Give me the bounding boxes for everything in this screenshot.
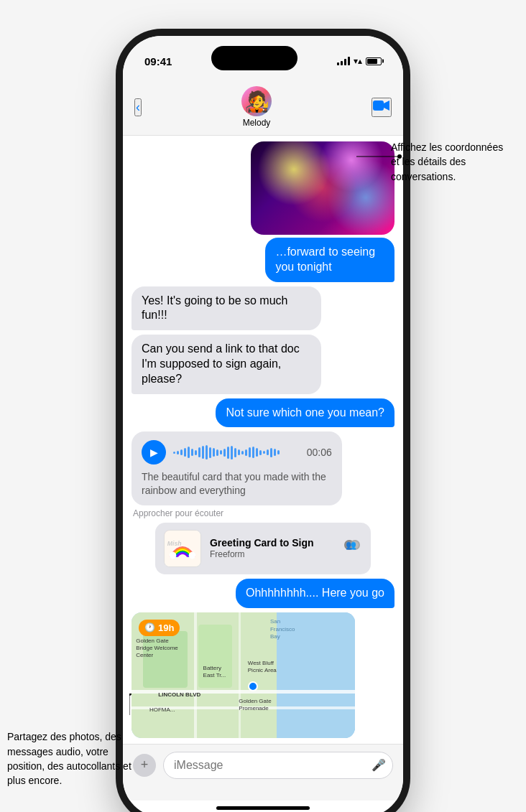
audio-controls: ▶ 00:06 [142, 440, 332, 465]
incoming-bubble-1[interactable]: Yes! It's going to be so much fun!!! [132, 286, 321, 331]
card-title: Greeting Card to Sign [210, 537, 333, 549]
audio-duration: 00:06 [307, 447, 332, 458]
collab-icon[interactable]: 👥 [342, 538, 362, 559]
message-header: ‹ 🧑‍🎤 Melody [123, 80, 403, 136]
status-bar: 09:41 ▾▴ [123, 36, 403, 80]
play-button[interactable]: ▶ [142, 440, 166, 465]
battery-icon [366, 57, 382, 65]
annotation-right: Affichez les coordonnées et les détails … [391, 140, 513, 184]
map-background: Golden GateBridge WelcomeCenter SanFranc… [132, 612, 355, 738]
signal-icon [337, 57, 350, 65]
message-input-wrap: 🎤 [163, 752, 393, 779]
page-container: 09:41 ▾▴ ‹ [0, 0, 526, 812]
input-bar: + 🎤 [123, 744, 403, 801]
waveform [173, 444, 300, 461]
svg-rect-0 [373, 101, 384, 111]
eta-badge: 🕐 19h [139, 620, 180, 636]
approach-hint: Approcher pour écouter [133, 508, 394, 518]
svg-point-4 [189, 552, 196, 559]
contact-name: Melody [243, 118, 271, 128]
annotation-left: Partagez des photos, des messages audio,… [7, 729, 140, 788]
status-icons: ▾▴ [337, 56, 382, 66]
video-call-button[interactable] [372, 98, 392, 117]
svg-point-3 [170, 552, 177, 559]
incoming-bubble-2[interactable]: Can you send a link to that doc I'm supp… [132, 335, 321, 393]
card-thumbnail: Mish [164, 530, 201, 567]
outgoing-bubble-2[interactable]: Not sure which one you mean? [216, 398, 394, 428]
clock-icon: 🕐 [144, 622, 155, 633]
dynamic-island [211, 46, 297, 70]
map-message[interactable]: Golden GateBridge WelcomeCenter SanFranc… [132, 612, 355, 738]
mic-button[interactable]: 🎤 [372, 758, 386, 772]
outgoing-bubble-3[interactable]: Ohhhhhhhh.... Here you go [236, 579, 394, 608]
card-subtitle: Freeform [210, 549, 333, 559]
card-info: Greeting Card to Sign Freeform [210, 537, 333, 559]
status-time: 09:41 [144, 55, 172, 67]
wifi-icon: ▾▴ [354, 56, 362, 66]
home-indicator [216, 806, 310, 810]
outgoing-bubble-1[interactable]: …forward to seeing you tonight [265, 238, 394, 282]
svg-point-13 [129, 694, 132, 696]
svg-text:👥: 👥 [346, 539, 356, 550]
messages-container: …forward to seeing you tonight Yes! It's… [123, 136, 403, 744]
svg-text:Mish: Mish [167, 540, 182, 547]
audio-caption: The beautiful card that you made with th… [142, 470, 332, 496]
greeting-card[interactable]: Mish [155, 523, 371, 574]
message-input[interactable] [163, 752, 393, 779]
back-button[interactable]: ‹ [134, 98, 142, 116]
audio-message[interactable]: ▶ 00:06 The beautiful card that you made… [132, 431, 342, 505]
contact-info[interactable]: 🧑‍🎤 Melody [241, 86, 272, 128]
svg-point-11 [397, 154, 402, 159]
avatar: 🧑‍🎤 [241, 86, 272, 116]
location-dot [248, 681, 258, 691]
